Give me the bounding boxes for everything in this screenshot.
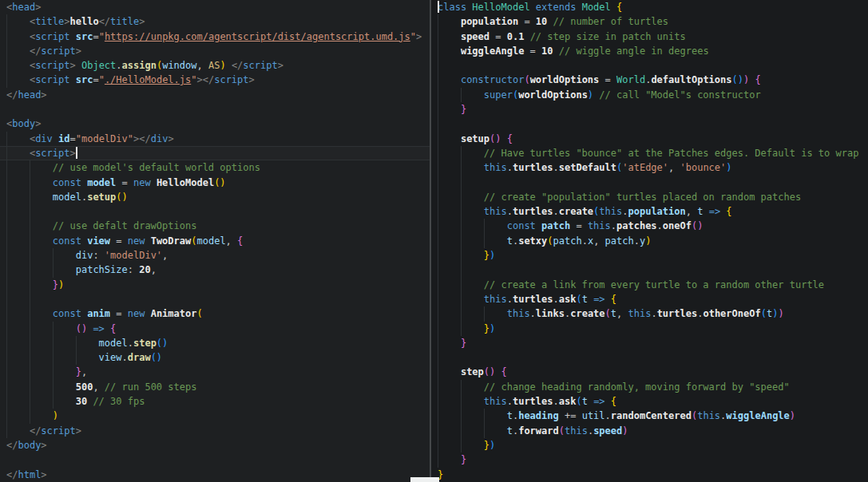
indent-guide [30,248,30,263]
code-line: super(worldOptions) // call "Model"s con… [431,88,868,102]
indent-guide [53,263,54,277]
code-line: </script> [0,44,430,58]
indent-guide [461,409,462,423]
indent-guide [30,190,30,204]
indent-guide [438,292,438,306]
indent-guide [6,248,7,263]
indent-guide [438,132,438,146]
code-line [0,452,430,467]
indent-guide [53,380,54,394]
code-line: t.setxy(patch.x, patch.y) [431,234,868,248]
indent-guide [30,322,30,336]
code-line: this.links.create(t, this.turtles.otherO… [431,306,868,321]
code-line: }, [0,365,430,379]
code-line: </html> [0,468,430,482]
indent-guide [6,322,7,336]
indent-guide [30,263,30,277]
indent-guide [6,336,7,350]
scrollbar-thumb[interactable] [410,477,439,482]
indent-guide [6,306,7,321]
code-line: const patch = this.patches.oneOf() [431,219,868,233]
code-line: // use model's default world options [0,160,430,175]
code-line: // create a link from every turtle to a … [431,278,868,292]
code-line: model.setup() [0,190,430,204]
code-line: } [431,102,868,117]
indent-guide [6,146,7,160]
indent-guide [30,234,30,248]
indent-guide [438,117,438,131]
indent-guide [461,234,462,248]
indent-guide [461,88,462,102]
code-line: constructor(worldOptions = World.default… [431,73,868,87]
indent-guide [438,176,438,190]
code-line: <head> [0,0,430,14]
code-line: <body> [0,117,430,131]
indent-guide [30,292,30,306]
indent-guide [6,350,7,365]
indent-guide [461,219,462,233]
code-line: <script src="./HelloModel.js"></script> [0,73,430,87]
pane-divider[interactable] [430,0,431,482]
code-line: ) [0,409,430,423]
code-line: view.draw() [0,350,430,365]
code-line: setup() { [431,132,868,146]
code-line [0,292,430,306]
indent-guide [6,73,7,87]
code-line: t.forward(this.speed) [431,424,868,438]
indent-guide [484,234,485,248]
code-line: speed = 0.1 // step size in patch units [431,30,868,44]
editor-pane-js[interactable]: class HelloModel extends Model { populat… [431,0,868,482]
indent-guide [438,234,438,248]
code-line: <div id="modelDiv"></div> [0,132,430,146]
code-line: </body> [0,438,430,452]
indent-guide [461,292,462,306]
indent-guide [30,176,30,190]
indent-guide [461,394,462,409]
code-line: wiggleAngle = 10 // wiggle angle in degr… [431,44,868,58]
indent-guide [438,394,438,409]
indent-guide [438,190,438,204]
indent-guide [6,160,7,175]
indent-guide [53,350,54,365]
indent-guide [6,219,7,233]
text-cursor [76,147,77,159]
indent-guide [438,44,438,58]
code-line: this.turtles.ask(t => { [431,292,868,306]
indent-guide [438,278,438,292]
code-line: model.step() [0,336,430,350]
indent-guide [6,365,7,379]
indent-guide [438,160,438,175]
indent-guide [484,306,485,321]
indent-guide [461,176,462,190]
indent-guide [461,424,462,438]
indent-guide [461,190,462,204]
indent-guide [461,278,462,292]
code-line: <script> Object.assign(window, AS) </scr… [0,58,430,73]
indent-guide [6,394,7,409]
indent-guide [438,14,438,29]
code-line: population = 10 // number of turtles [431,14,868,29]
indent-guide [76,336,77,350]
indent-guide [438,336,438,350]
code-line: 30 // 30 fps [0,394,430,409]
indent-guide [6,30,7,44]
text-cursor [438,1,439,13]
indent-guide [438,58,438,73]
editor-pane-html[interactable]: <head> <title>hello</title> <script src=… [0,0,430,482]
indent-guide [438,438,438,452]
indent-guide [438,424,438,438]
indent-guide [438,30,438,44]
indent-guide [6,234,7,248]
code-line: class HelloModel extends Model { [431,0,868,14]
indent-guide [461,322,462,336]
code-line [0,102,430,117]
indent-guide [438,409,438,423]
indent-guide [438,365,438,379]
indent-guide [6,14,7,29]
indent-guide [461,248,462,263]
code-line: }) [431,322,868,336]
indent-guide [461,380,462,394]
indent-guide [484,424,485,438]
code-line: const model = new HelloModel() [0,176,430,190]
indent-guide [30,365,30,379]
